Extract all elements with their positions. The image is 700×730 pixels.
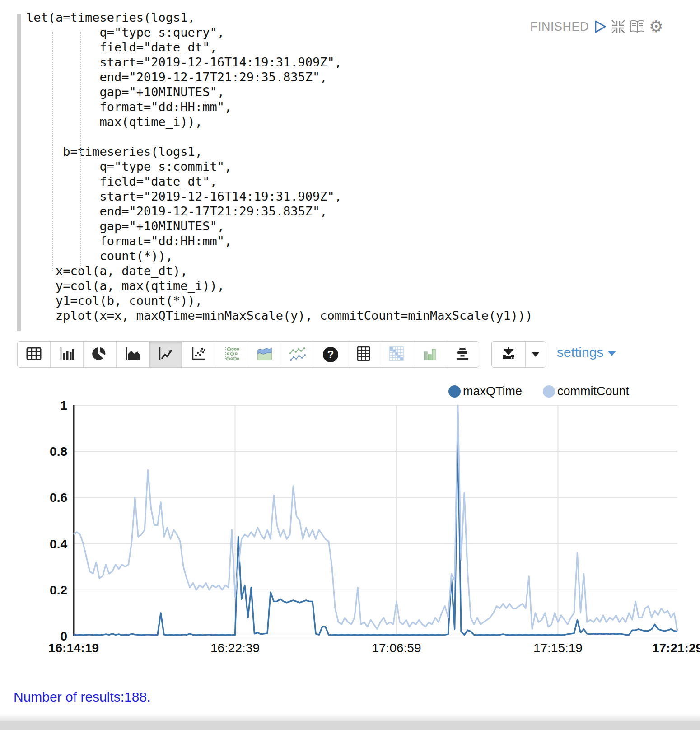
chart-gridlines	[74, 405, 677, 636]
next-paragraph-edge	[0, 721, 700, 730]
line-chart-button[interactable]	[149, 342, 182, 367]
gear-icon: ⚙	[649, 19, 663, 34]
svg-text:0.8: 0.8	[50, 445, 67, 459]
pie-chart-icon	[92, 346, 107, 363]
heatmap-button[interactable]	[380, 342, 413, 367]
svg-text:1: 1	[60, 398, 67, 412]
footer-fade	[0, 714, 700, 721]
chart-axes	[74, 405, 677, 636]
collapse-button[interactable]	[611, 19, 626, 34]
chart-series	[74, 405, 677, 635]
svg-text:17:21:29: 17:21:29	[652, 641, 700, 655]
legend-dot-light	[543, 385, 555, 398]
show-editor-button[interactable]	[630, 19, 645, 34]
legend-item-commitcount: commitCount	[543, 384, 629, 398]
line-chart: 00.20.40.60.81 16:14:1916:22:3917:06:591…	[0, 398, 700, 664]
caret-down-icon	[532, 352, 540, 357]
legend-item-maxqtime: maxQTime	[448, 384, 522, 398]
stacked-area-icon	[257, 346, 273, 363]
stacked-area-button[interactable]	[248, 342, 281, 367]
editor-gutter-bar	[17, 14, 21, 331]
paragraph-status: FINISHED	[530, 20, 589, 34]
bubble-grid-icon	[224, 346, 240, 363]
book-icon	[630, 20, 645, 33]
download-icon	[501, 346, 516, 363]
svg-text:0.6: 0.6	[50, 491, 67, 505]
download-button-group	[491, 341, 546, 368]
download-options-button[interactable]	[526, 342, 546, 367]
horizontal-bars-icon	[455, 347, 470, 362]
chart-legend: maxQTime commitCount	[448, 384, 629, 398]
settings-label: settings	[557, 345, 603, 360]
bar-chart-icon	[60, 347, 74, 362]
legend-label: commitCount	[557, 384, 629, 398]
svg-text:16:22:39: 16:22:39	[210, 641, 260, 655]
play-icon	[593, 19, 607, 34]
legend-label: maxQTime	[463, 384, 522, 398]
table-icon	[26, 347, 42, 362]
line-scatter-icon	[289, 346, 306, 363]
heatmap-icon	[389, 346, 404, 363]
data-grid-icon	[357, 346, 370, 363]
scatter-plot-button[interactable]	[182, 342, 215, 367]
indent-guide	[80, 32, 81, 271]
settings-link[interactable]: settings	[557, 345, 616, 360]
settings-gear-button[interactable]: ⚙	[649, 19, 664, 34]
svg-text:0.2: 0.2	[50, 583, 67, 597]
line-chart-icon	[158, 347, 173, 362]
collapse-icon	[611, 19, 625, 34]
help-button[interactable]: ?	[314, 342, 347, 367]
table-button[interactable]	[18, 342, 51, 367]
svg-text:17:15:19: 17:15:19	[533, 641, 583, 655]
area-chart-icon	[125, 347, 140, 362]
chart-type-toolbar: ?	[17, 341, 479, 368]
bar-chart-button[interactable]	[51, 342, 84, 367]
area-chart-button[interactable]	[117, 342, 149, 367]
svg-text:17:06:59: 17:06:59	[372, 641, 421, 655]
results-count-text: Number of results:188.	[14, 689, 150, 705]
svg-text:0.4: 0.4	[50, 537, 67, 551]
run-button[interactable]	[593, 19, 608, 34]
pie-chart-button[interactable]	[84, 342, 117, 367]
grouped-bars-button[interactable]	[413, 342, 446, 367]
svg-text:16:14:19: 16:14:19	[48, 641, 99, 655]
download-button[interactable]	[492, 342, 526, 367]
code-editor[interactable]: let(a=timeseries(logs1, q="type_s:query"…	[26, 10, 533, 323]
settings-caret-icon	[608, 351, 616, 356]
help-icon: ?	[323, 347, 338, 362]
grouped-bars-icon	[423, 346, 436, 363]
indent-guide	[52, 32, 53, 271]
data-grid-button[interactable]	[347, 342, 380, 367]
scatter-plot-icon	[191, 346, 206, 363]
bubble-grid-button[interactable]	[215, 342, 248, 367]
y-axis-labels: 00.20.40.60.81	[50, 398, 67, 643]
line-scatter-button[interactable]	[281, 342, 314, 367]
legend-dot-dark	[448, 385, 461, 398]
x-axis-labels: 16:14:1916:22:3917:06:5917:15:1917:21:29	[48, 641, 700, 655]
horizontal-bars-button[interactable]	[446, 342, 479, 367]
